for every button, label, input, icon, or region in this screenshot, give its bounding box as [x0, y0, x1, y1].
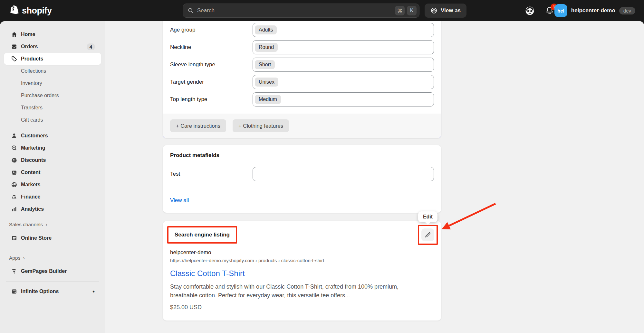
sidebar-item-label: Marketing [21, 145, 45, 151]
app-frame: Home Orders 4 Products Collections Inven… [0, 21, 644, 333]
view-as-icon [430, 7, 437, 14]
search-engine-listing-card: Search engine listing Edit [163, 221, 441, 321]
sleeve-length-type-input[interactable]: Short [253, 58, 434, 72]
value-chip[interactable]: Medium [255, 95, 281, 104]
discounts-icon [11, 157, 18, 164]
shopify-logo[interactable]: shopify [10, 5, 52, 17]
gempages-icon [11, 268, 18, 275]
top-length-type-input[interactable]: Medium [253, 92, 434, 106]
shopify-wordmark: shopify [22, 6, 52, 16]
view-as-button[interactable]: View as [425, 4, 466, 18]
sidebar-item-label: Finance [21, 194, 40, 200]
shopify-bag-icon [10, 5, 19, 17]
sidebar-item-content[interactable]: Content [4, 166, 101, 179]
field-row: Age group Adults [170, 23, 434, 37]
marketing-icon [11, 144, 18, 152]
field-row: Target gender Unisex [170, 75, 434, 89]
value-chip[interactable]: Adults [255, 25, 277, 34]
sidebar-item-markets[interactable]: Markets [4, 179, 101, 191]
sidebar-item-customers[interactable]: Customers [4, 130, 101, 142]
sidebar-item-collections[interactable]: Collections [4, 65, 101, 77]
sidebar-item-label: Online Store [21, 235, 52, 241]
field-row: Test [170, 167, 434, 181]
sidebar-item-label: GemPages Builder [21, 268, 67, 274]
sidebar-item-home[interactable]: Home [4, 28, 101, 41]
annotation-box-title: Search engine listing [167, 226, 237, 244]
sidebar-item-gift-cards[interactable]: Gift cards [4, 114, 101, 126]
field-label: Neckline [170, 44, 253, 51]
view-all-link[interactable]: View all [170, 197, 189, 204]
field-label: Sleeve length type [170, 61, 253, 68]
sidebar-item-online-store[interactable]: Online Store [4, 232, 101, 244]
seo-preview: helpcenter-demo https://helpcenter-demo.… [170, 249, 434, 311]
apps-label: Apps [9, 255, 20, 261]
sidebar-item-label: Home [21, 32, 35, 37]
infinite-options-icon [11, 288, 18, 295]
seo-description: Stay comfortable and stylish with our Cl… [170, 282, 421, 300]
search-icon [187, 7, 194, 14]
account-menu[interactable]: hel helpcenter-demo dev [554, 4, 635, 17]
field-row: Sleeve length type Short [170, 58, 434, 72]
annotation-box-edit: Edit [418, 225, 438, 245]
value-chip[interactable]: Unisex [255, 78, 278, 87]
product-metafields-card: Product metafields Test View all [163, 145, 441, 213]
sidebar-item-analytics[interactable]: Analytics [4, 203, 101, 215]
finance-icon [11, 193, 18, 200]
add-clothing-features-button[interactable]: + Clothing features [233, 119, 289, 132]
main-content: Age group Adults Neckline Round Sleeve l… [105, 21, 644, 333]
seo-price: $25.00 USD [170, 304, 434, 311]
customers-icon [11, 132, 18, 139]
sidebar-item-inventory[interactable]: Inventory [4, 77, 101, 89]
sidebar-item-label: Inventory [21, 80, 42, 86]
notifications-button[interactable]: 1 [544, 5, 555, 16]
sidebar-item-gempages[interactable]: GemPages Builder [4, 265, 101, 277]
sidebar-item-finance[interactable]: Finance [4, 191, 101, 203]
sidebar-item-label: Products [21, 56, 43, 62]
avatar: hel [554, 4, 567, 17]
add-care-instructions-button[interactable]: + Care instructions [170, 119, 226, 132]
age-group-input[interactable]: Adults [253, 23, 434, 37]
sidebar-item-purchase-orders[interactable]: Purchase orders [4, 89, 101, 102]
cmd-key-badge: ⌘ [395, 6, 405, 15]
field-label: Age group [170, 27, 253, 33]
markets-icon [11, 181, 18, 188]
sidebar-item-products[interactable]: Products [4, 53, 101, 65]
orders-count-badge: 4 [87, 43, 95, 50]
sidebar-item-label: Analytics [21, 206, 44, 212]
sidebar-item-label: Orders [21, 44, 38, 50]
content-icon [11, 169, 18, 176]
seo-page-title-link[interactable]: Classic Cotton T-Shirt [170, 269, 434, 278]
apps-header[interactable]: Apps › [4, 253, 101, 263]
edit-seo-button[interactable] [421, 228, 434, 241]
sidebar-item-label: Purchase orders [21, 93, 59, 98]
sidebar-item-transfers[interactable]: Transfers [4, 102, 101, 114]
store-name: helpcenter-demo [571, 7, 615, 14]
k-key-badge: K [407, 6, 417, 15]
value-chip[interactable]: Short [255, 60, 275, 69]
sidebar-item-infinite-options[interactable]: Infinite Options • [4, 285, 101, 298]
search-input[interactable]: Search ⌘ K [183, 4, 419, 18]
target-gender-input[interactable]: Unisex [253, 75, 434, 89]
sidebar-item-marketing[interactable]: Marketing [4, 142, 101, 154]
chevron-right-icon: › [45, 221, 47, 228]
category-metafields-footer: + Care instructions + Clothing features [163, 114, 441, 138]
test-metafield-input[interactable] [253, 167, 434, 181]
face-icon[interactable] [524, 5, 535, 16]
sidebar-item-label: Markets [21, 182, 40, 188]
card-title: Product metafields [170, 152, 434, 159]
category-metafields-card: Age group Adults Neckline Round Sleeve l… [163, 21, 441, 138]
chevron-right-icon: › [23, 255, 25, 261]
sidebar-divider [6, 281, 99, 282]
sales-channels-header[interactable]: Sales channels › [4, 220, 101, 229]
home-icon [11, 31, 18, 38]
sidebar-item-label: Infinite Options [21, 289, 59, 294]
sidebar-item-discounts[interactable]: Discounts [4, 154, 101, 166]
edit-tooltip: Edit [418, 211, 437, 222]
online-store-icon [11, 235, 18, 242]
sidebar-item-label: Gift cards [21, 117, 43, 123]
view-as-label: View as [441, 7, 461, 14]
sidebar-item-orders[interactable]: Orders 4 [4, 41, 101, 53]
neckline-input[interactable]: Round [253, 40, 434, 54]
sales-channels-label: Sales channels [9, 222, 43, 227]
value-chip[interactable]: Round [255, 43, 278, 52]
